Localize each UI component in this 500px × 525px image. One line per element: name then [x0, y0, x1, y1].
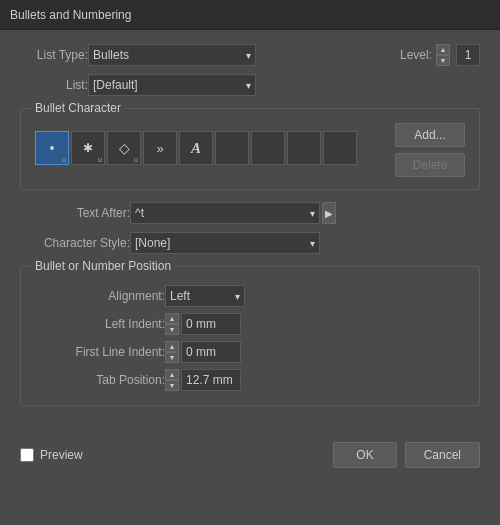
bullet-cell-2[interactable]: ◇u — [107, 131, 141, 165]
character-style-select-wrapper: [None] — [130, 232, 320, 254]
list-label: List: — [20, 78, 88, 92]
bullet-cell-0[interactable]: •u — [35, 131, 69, 165]
text-after-arrow-button[interactable]: ▶ — [322, 202, 336, 224]
list-select[interactable]: [Default] — [88, 74, 256, 96]
left-indent-spinner-btns: ▲ ▼ — [165, 313, 179, 335]
left-indent-row: Left Indent: ▲ ▼ 0 mm — [35, 313, 465, 335]
tab-position-spinner: ▲ ▼ 12.7 mm — [165, 369, 241, 391]
bullet-position-section: Bullet or Number Position Alignment: Lef… — [20, 266, 480, 406]
alignment-label: Alignment: — [35, 289, 165, 303]
first-line-indent-down-button[interactable]: ▼ — [165, 352, 179, 363]
bullet-grid: •u ✱u ◇u » A — [35, 131, 357, 165]
first-line-indent-input[interactable]: 0 mm — [181, 341, 241, 363]
level-spinner-btns: ▲ ▼ — [436, 44, 450, 66]
bullet-position-label: Bullet or Number Position — [31, 259, 175, 273]
bullet-cell-1[interactable]: ✱u — [71, 131, 105, 165]
dialog-title: Bullets and Numbering — [10, 8, 131, 22]
add-button[interactable]: Add... — [395, 123, 465, 147]
first-line-indent-label: First Line Indent: — [35, 345, 165, 359]
tab-position-label: Tab Position: — [35, 373, 165, 387]
bullet-character-section: Bullet Character •u ✱u ◇u » A Add... Del… — [20, 108, 480, 190]
tab-position-down-button[interactable]: ▼ — [165, 380, 179, 391]
level-input[interactable]: 1 — [456, 44, 480, 66]
bullet-character-label: Bullet Character — [31, 101, 125, 115]
level-down-button[interactable]: ▼ — [436, 55, 450, 66]
text-after-wrapper: ^t ▶ — [130, 202, 336, 224]
list-type-label: List Type: — [20, 48, 88, 62]
text-after-select[interactable]: ^t — [130, 202, 320, 224]
first-line-indent-spinner: ▲ ▼ 0 mm — [165, 341, 241, 363]
alignment-select[interactable]: Left Center Right — [165, 285, 245, 307]
character-style-row: Character Style: [None] — [20, 232, 480, 254]
left-indent-label: Left Indent: — [35, 317, 165, 331]
tab-position-input[interactable]: 12.7 mm — [181, 369, 241, 391]
first-line-indent-row: First Line Indent: ▲ ▼ 0 mm — [35, 341, 465, 363]
alignment-row: Alignment: Left Center Right — [35, 285, 465, 307]
character-style-label: Character Style: — [20, 236, 130, 250]
list-type-select[interactable]: Bullets Numbers None — [88, 44, 256, 66]
bullet-cell-3[interactable]: » — [143, 131, 177, 165]
left-indent-down-button[interactable]: ▼ — [165, 324, 179, 335]
list-row: List: [Default] — [20, 74, 480, 96]
alignment-select-wrapper: Left Center Right — [165, 285, 245, 307]
preview-checkbox-label[interactable]: Preview — [20, 448, 83, 462]
list-type-row: List Type: Bullets Numbers None Level: ▲… — [20, 44, 480, 66]
bullet-cell-7[interactable] — [287, 131, 321, 165]
level-up-button[interactable]: ▲ — [436, 44, 450, 55]
text-after-select-wrapper: ^t — [130, 202, 320, 224]
tab-position-spinner-btns: ▲ ▼ — [165, 369, 179, 391]
character-style-select[interactable]: [None] — [130, 232, 320, 254]
title-bar: Bullets and Numbering — [0, 0, 500, 30]
level-spinner: ▲ ▼ 1 — [436, 44, 480, 66]
dialog-body: List Type: Bullets Numbers None Level: ▲… — [0, 30, 500, 432]
cancel-button[interactable]: Cancel — [405, 442, 480, 468]
left-indent-spinner: ▲ ▼ 0 mm — [165, 313, 241, 335]
footer: Preview OK Cancel — [0, 432, 500, 478]
list-select-wrapper: [Default] — [88, 74, 256, 96]
list-type-select-wrapper: Bullets Numbers None — [88, 44, 256, 66]
preview-label: Preview — [40, 448, 83, 462]
first-line-indent-up-button[interactable]: ▲ — [165, 341, 179, 352]
left-indent-up-button[interactable]: ▲ — [165, 313, 179, 324]
text-after-label: Text After: — [20, 206, 130, 220]
tab-position-row: Tab Position: ▲ ▼ 12.7 mm — [35, 369, 465, 391]
bullet-cell-8[interactable] — [323, 131, 357, 165]
left-indent-input[interactable]: 0 mm — [181, 313, 241, 335]
text-after-row: Text After: ^t ▶ — [20, 202, 480, 224]
bullet-cell-4[interactable]: A — [179, 131, 213, 165]
bullet-cell-5[interactable] — [215, 131, 249, 165]
delete-button[interactable]: Delete — [395, 153, 465, 177]
footer-buttons: OK Cancel — [333, 442, 480, 468]
level-label: Level: — [400, 48, 432, 62]
preview-checkbox[interactable] — [20, 448, 34, 462]
ok-button[interactable]: OK — [333, 442, 396, 468]
tab-position-up-button[interactable]: ▲ — [165, 369, 179, 380]
bullet-cell-6[interactable] — [251, 131, 285, 165]
first-line-indent-spinner-btns: ▲ ▼ — [165, 341, 179, 363]
